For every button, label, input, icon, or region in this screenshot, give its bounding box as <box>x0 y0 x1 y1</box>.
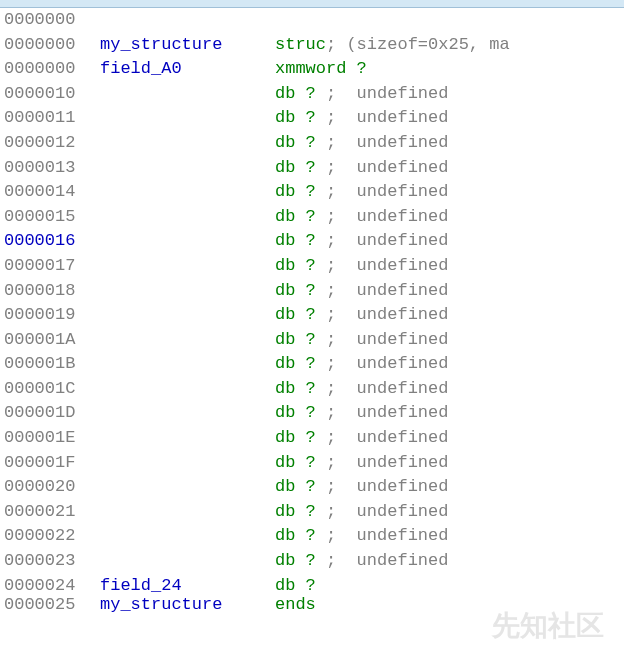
code-line[interactable]: 0000010db ? ; undefined <box>4 82 624 107</box>
comment: ; undefined <box>326 403 448 422</box>
instruction-column: db ? ; undefined <box>275 131 448 156</box>
offset-column: 0000018 <box>4 279 100 304</box>
code-line[interactable]: 0000017db ? ; undefined <box>4 254 624 279</box>
operand: ? <box>295 502 326 521</box>
instruction-column: db ? ; undefined <box>275 524 448 549</box>
field-name-column: field_A0 <box>100 57 275 82</box>
comment: ; undefined <box>326 108 448 127</box>
code-line[interactable]: 000001Bdb ? ; undefined <box>4 352 624 377</box>
instruction-column: db ? ; undefined <box>275 254 448 279</box>
offset-column: 000001D <box>4 401 100 426</box>
operand: ? <box>295 354 326 373</box>
offset-column: 0000012 <box>4 131 100 156</box>
keyword: db <box>275 576 295 595</box>
comment: ; undefined <box>326 453 448 472</box>
offset-column: 000001B <box>4 352 100 377</box>
offset-column: 0000014 <box>4 180 100 205</box>
code-line[interactable]: 000001Edb ? ; undefined <box>4 426 624 451</box>
instruction-column: db ? ; undefined <box>275 328 448 353</box>
comment: ; undefined <box>326 354 448 373</box>
code-line[interactable]: 0000000field_A0xmmword ? <box>4 57 624 82</box>
comment: ; undefined <box>326 330 448 349</box>
code-line[interactable]: 0000013db ? ; undefined <box>4 156 624 181</box>
code-line[interactable]: 0000012db ? ; undefined <box>4 131 624 156</box>
operand: ? <box>295 84 326 103</box>
instruction-column: db ? ; undefined <box>275 401 448 426</box>
keyword: db <box>275 158 295 177</box>
code-line[interactable]: 0000025my_structureends <box>4 598 624 612</box>
operand: ? <box>295 305 326 324</box>
instruction-column: db ? ; undefined <box>275 303 448 328</box>
keyword: db <box>275 182 295 201</box>
offset-column: 0000020 <box>4 475 100 500</box>
code-line[interactable]: 0000020db ? ; undefined <box>4 475 624 500</box>
operand: ? <box>295 256 326 275</box>
comment: ; undefined <box>326 428 448 447</box>
comment: ; undefined <box>326 281 448 300</box>
keyword: db <box>275 477 295 496</box>
code-line[interactable]: 0000000my_structurestruc; (sizeof=0x25, … <box>4 33 624 58</box>
code-line[interactable]: 000001Adb ? ; undefined <box>4 328 624 353</box>
field-name-column: my_structure <box>100 593 275 618</box>
comment: ; undefined <box>326 551 448 570</box>
keyword: db <box>275 453 295 472</box>
instruction-column: db ? ; undefined <box>275 426 448 451</box>
code-line[interactable]: 0000000 <box>4 8 624 33</box>
offset-column: 0000023 <box>4 549 100 574</box>
code-line[interactable]: 0000023db ? ; undefined <box>4 549 624 574</box>
instruction-column: db ? ; undefined <box>275 229 448 254</box>
comment: ; undefined <box>326 84 448 103</box>
code-line[interactable]: 0000022db ? ; undefined <box>4 524 624 549</box>
operand: ? <box>295 526 326 545</box>
code-line[interactable]: 0000011db ? ; undefined <box>4 106 624 131</box>
operand: ? <box>295 330 326 349</box>
comment: ; (sizeof=0x25, ma <box>326 35 510 54</box>
operand: ? <box>295 453 326 472</box>
instruction-column: xmmword ? <box>275 57 367 82</box>
offset-column: 0000013 <box>4 156 100 181</box>
keyword: struc <box>275 35 326 54</box>
code-line[interactable]: 0000021db ? ; undefined <box>4 500 624 525</box>
operand: ? <box>295 576 315 595</box>
offset-column: 0000000 <box>4 57 100 82</box>
instruction-column: db ? ; undefined <box>275 549 448 574</box>
instruction-column: db ? ; undefined <box>275 82 448 107</box>
code-line[interactable]: 0000015db ? ; undefined <box>4 205 624 230</box>
code-line[interactable]: 0000014db ? ; undefined <box>4 180 624 205</box>
keyword: db <box>275 428 295 447</box>
operand: ? <box>295 231 326 250</box>
top-bar <box>0 0 624 8</box>
offset-column: 000001E <box>4 426 100 451</box>
operand: ? <box>295 403 326 422</box>
comment: ; undefined <box>326 158 448 177</box>
code-line[interactable]: 0000019db ? ; undefined <box>4 303 624 328</box>
code-line[interactable]: 0000016db ? ; undefined <box>4 229 624 254</box>
offset-column: 000001C <box>4 377 100 402</box>
instruction-column: db ? ; undefined <box>275 279 448 304</box>
instruction-column: db ? ; undefined <box>275 500 448 525</box>
offset-column: 0000017 <box>4 254 100 279</box>
keyword: db <box>275 108 295 127</box>
code-line[interactable]: 000001Fdb ? ; undefined <box>4 451 624 476</box>
operand: ? <box>295 133 326 152</box>
comment: ; undefined <box>326 256 448 275</box>
instruction-column: struc; (sizeof=0x25, ma <box>275 33 510 58</box>
code-line[interactable]: 000001Cdb ? ; undefined <box>4 377 624 402</box>
offset-column: 0000016 <box>4 229 100 254</box>
keyword: db <box>275 551 295 570</box>
instruction-column: ends <box>275 593 316 618</box>
instruction-column: db ? ; undefined <box>275 377 448 402</box>
instruction-column: db ? ; undefined <box>275 451 448 476</box>
instruction-column: db ? ; undefined <box>275 475 448 500</box>
comment: ; undefined <box>326 502 448 521</box>
operand: ? <box>295 428 326 447</box>
offset-column: 0000011 <box>4 106 100 131</box>
offset-column: 000001F <box>4 451 100 476</box>
code-line[interactable]: 000001Ddb ? ; undefined <box>4 402 624 427</box>
disassembly-view[interactable]: 00000000000000my_structurestruc; (sizeof… <box>0 8 624 612</box>
code-line[interactable]: 0000018db ? ; undefined <box>4 279 624 304</box>
operand: ? <box>346 59 366 78</box>
operand: ? <box>295 281 326 300</box>
keyword: db <box>275 231 295 250</box>
operand: ? <box>295 108 326 127</box>
